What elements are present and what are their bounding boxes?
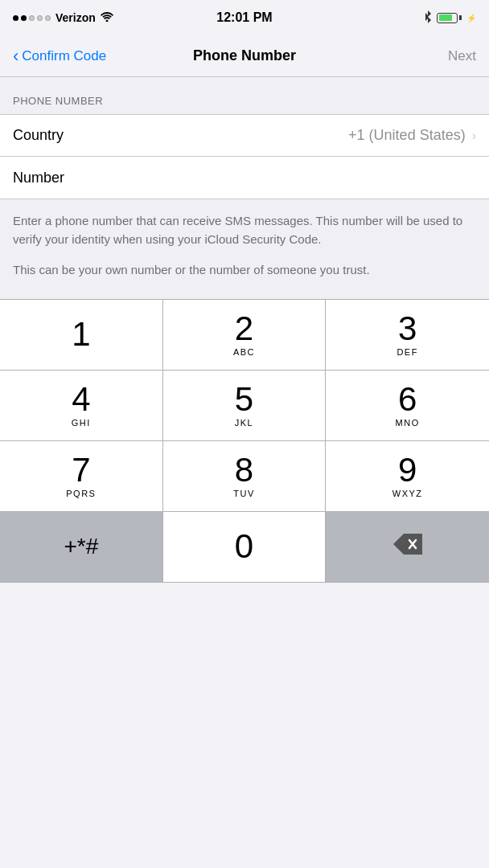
number-row[interactable]: Number: [0, 157, 489, 199]
keypad: 1 2 ABC 3 DEF 4 GHI 5 JKL 6 MNO 7 PQRS 8: [0, 299, 489, 583]
country-value-container: +1 (United States) ›: [348, 127, 476, 144]
phone-number-section-header: PHONE NUMBER: [0, 77, 489, 114]
backspace-icon: [393, 534, 422, 560]
section-header-label: PHONE NUMBER: [13, 95, 103, 107]
charge-icon: ⚡: [466, 14, 476, 23]
key-5-letters: JKL: [235, 418, 253, 428]
carrier-label: Verizon: [55, 11, 96, 24]
keypad-grid: 1 2 ABC 3 DEF 4 GHI 5 JKL 6 MNO 7 PQRS 8: [0, 299, 489, 583]
bluetooth-icon: [424, 10, 432, 26]
key-1[interactable]: 1: [0, 300, 163, 371]
key-5[interactable]: 5 JKL: [163, 371, 327, 441]
key-5-number: 5: [235, 383, 253, 416]
key-2[interactable]: 2 ABC: [163, 300, 327, 371]
signal-dot-5: [45, 15, 51, 21]
key-7-letters: PQRS: [66, 489, 96, 498]
back-button[interactable]: ‹ Confirm Code: [13, 47, 106, 65]
signal-dot-1: [13, 15, 18, 21]
key-0[interactable]: 0: [163, 512, 327, 583]
status-bar: Verizon 12:01 PM ⚡: [0, 0, 489, 35]
key-9-letters: WXYZ: [392, 489, 423, 498]
status-left: Verizon: [13, 11, 113, 24]
key-8-number: 8: [235, 453, 253, 487]
key-7[interactable]: 7 PQRS: [0, 441, 163, 512]
key-3[interactable]: 3 DEF: [326, 300, 489, 371]
key-6[interactable]: 6 MNO: [326, 371, 489, 441]
key-9-number: 9: [398, 453, 417, 487]
signal-dot-4: [37, 15, 43, 21]
battery-indicator: [437, 13, 462, 23]
key-special[interactable]: +*#: [0, 512, 163, 583]
key-3-number: 3: [398, 312, 417, 346]
key-8[interactable]: 8 TUV: [163, 441, 327, 512]
key-3-letters: DEF: [397, 347, 418, 357]
key-2-letters: ABC: [233, 347, 255, 357]
status-right: ⚡: [424, 10, 476, 26]
signal-dots: [13, 15, 51, 21]
status-time: 12:01 PM: [216, 10, 272, 25]
info-text-second: This can be your own number or the numbe…: [13, 261, 476, 280]
key-4[interactable]: 4 GHI: [0, 371, 163, 441]
country-row[interactable]: Country +1 (United States) ›: [0, 115, 489, 157]
back-label: Confirm Code: [22, 48, 106, 64]
key-6-number: 6: [398, 383, 417, 416]
signal-dot-2: [21, 15, 27, 21]
key-7-number: 7: [72, 453, 90, 487]
number-label: Number: [13, 170, 64, 186]
wifi-icon: [101, 11, 113, 24]
info-section: Enter a phone number that can receive SM…: [0, 199, 489, 299]
country-label: Country: [13, 127, 64, 144]
key-8-letters: TUV: [233, 489, 255, 498]
key-4-number: 4: [72, 383, 90, 416]
key-6-letters: MNO: [396, 418, 420, 428]
info-text-first: Enter a phone number that can receive SM…: [13, 212, 476, 248]
key-2-number: 2: [235, 312, 253, 346]
key-special-label: +*#: [64, 535, 98, 558]
key-0-number: 0: [235, 530, 253, 563]
svg-point-0: [105, 20, 108, 23]
page-title: Phone Number: [193, 47, 296, 64]
key-4-letters: GHI: [72, 418, 91, 428]
country-chevron-icon: ›: [472, 129, 476, 143]
nav-bar: ‹ Confirm Code Phone Number Next: [0, 35, 489, 77]
battery-body: [437, 13, 458, 23]
battery-tip: [459, 15, 462, 20]
signal-dot-3: [29, 15, 35, 21]
key-backspace[interactable]: [326, 512, 489, 583]
key-9[interactable]: 9 WXYZ: [326, 441, 489, 512]
back-chevron-icon: ‹: [13, 47, 18, 65]
key-1-number: 1: [72, 317, 90, 351]
next-button[interactable]: Next: [448, 48, 476, 64]
country-value: +1 (United States): [348, 127, 466, 144]
settings-table: Country +1 (United States) › Number: [0, 114, 489, 199]
battery-fill: [439, 14, 453, 21]
